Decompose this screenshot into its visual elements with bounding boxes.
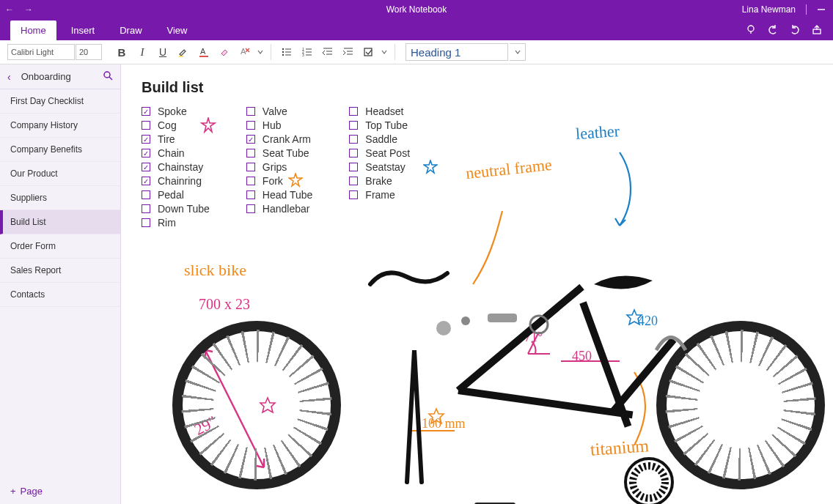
checklist-item[interactable]: Brake bbox=[349, 175, 410, 187]
search-icon[interactable] bbox=[103, 70, 113, 83]
checklist-item[interactable]: Down Tube bbox=[142, 203, 210, 215]
checkbox-icon[interactable] bbox=[246, 177, 255, 185]
checklist-item[interactable]: Headset bbox=[349, 105, 410, 117]
checklist-item[interactable]: Cog bbox=[142, 119, 210, 131]
checkbox-icon[interactable] bbox=[349, 190, 358, 199]
checkbox-icon[interactable] bbox=[142, 107, 150, 116]
page-item[interactable]: Build List bbox=[0, 210, 120, 234]
style-select-dropdown[interactable] bbox=[510, 43, 526, 61]
checkbox-icon[interactable] bbox=[246, 163, 255, 171]
svg-point-36 bbox=[461, 316, 470, 325]
checkbox-icon[interactable] bbox=[349, 107, 358, 116]
page-item[interactable]: Order Form bbox=[0, 234, 120, 259]
share-icon[interactable] bbox=[811, 24, 823, 36]
checkbox-icon[interactable] bbox=[349, 135, 358, 144]
checkbox-icon[interactable] bbox=[349, 149, 358, 158]
checkbox-icon[interactable] bbox=[246, 204, 255, 213]
checklist-item[interactable]: Valve bbox=[246, 105, 313, 117]
page-item[interactable]: Contacts bbox=[0, 283, 120, 307]
checkbox-icon[interactable] bbox=[246, 190, 255, 199]
checklist-item[interactable]: Chain bbox=[142, 147, 210, 159]
checklist-item[interactable]: Head Tube bbox=[246, 189, 313, 201]
nav-back-arrow[interactable]: ← bbox=[0, 4, 19, 15]
checkbox-icon[interactable] bbox=[142, 121, 150, 130]
note-canvas[interactable]: Build list SpokeCogTireChainChainstayCha… bbox=[121, 64, 833, 504]
page-item[interactable]: Suppliers bbox=[0, 186, 120, 210]
todo-tag-button[interactable] bbox=[359, 42, 378, 62]
checklist-item[interactable]: Rim bbox=[142, 217, 210, 229]
checklist-item[interactable]: Seat Tube bbox=[246, 147, 313, 159]
add-page-button[interactable]: + Page bbox=[0, 478, 120, 504]
italic-button[interactable]: I bbox=[133, 42, 152, 62]
font-color-button[interactable]: A bbox=[194, 42, 213, 62]
user-name[interactable]: Lina Newman bbox=[742, 4, 796, 15]
style-select[interactable]: Heading 1 bbox=[406, 43, 508, 61]
checklist-item[interactable]: Seatstay bbox=[349, 161, 410, 173]
checklist-item[interactable]: Seat Post bbox=[349, 147, 410, 159]
indent-button[interactable] bbox=[339, 42, 358, 62]
ribbon-tab-insert[interactable]: Insert bbox=[61, 21, 106, 40]
checkbox-icon[interactable] bbox=[142, 190, 150, 199]
ribbon-tab-home[interactable]: Home bbox=[10, 21, 56, 40]
checkbox-icon[interactable] bbox=[142, 218, 150, 227]
page-item[interactable]: Our Product bbox=[0, 162, 120, 186]
checklist-item[interactable]: Spoke bbox=[142, 105, 210, 117]
style-select-label: Heading 1 bbox=[411, 46, 460, 59]
checkbox-icon[interactable] bbox=[142, 177, 150, 185]
page-item[interactable]: Company History bbox=[0, 114, 120, 138]
highlight-button[interactable] bbox=[174, 42, 193, 62]
checkbox-icon[interactable] bbox=[246, 121, 255, 130]
checklist-column: HeadsetTop TubeSaddleSeat PostSeatstayBr… bbox=[349, 105, 410, 229]
section-back-icon[interactable]: ‹ bbox=[7, 71, 11, 83]
nav-forward-arrow[interactable]: → bbox=[19, 4, 38, 15]
outdent-button[interactable] bbox=[318, 42, 337, 62]
ribbon-tab-draw[interactable]: Draw bbox=[109, 21, 152, 40]
checkbox-icon[interactable] bbox=[246, 135, 255, 144]
checklist-item[interactable]: Chainstay bbox=[142, 161, 210, 173]
checklist-item-label: Top Tube bbox=[365, 119, 408, 131]
redo-icon[interactable] bbox=[789, 24, 801, 36]
checkbox-icon[interactable] bbox=[246, 107, 255, 116]
underline-button[interactable]: U bbox=[153, 42, 172, 62]
clear-formatting-button[interactable]: A bbox=[235, 42, 254, 62]
checklist-item[interactable]: Hub bbox=[246, 119, 313, 131]
checkbox-icon[interactable] bbox=[349, 163, 358, 171]
checkbox-icon[interactable] bbox=[142, 204, 150, 213]
eraser-button[interactable] bbox=[215, 42, 234, 62]
checklist-item[interactable]: Fork bbox=[246, 175, 313, 187]
checkbox-icon[interactable] bbox=[142, 163, 150, 171]
paragraph-more-dropdown[interactable] bbox=[380, 49, 389, 55]
checklist-item[interactable]: Pedal bbox=[142, 189, 210, 201]
note-title[interactable]: Build list bbox=[142, 79, 203, 96]
undo-icon[interactable] bbox=[767, 24, 779, 36]
checklist-item[interactable]: Tire bbox=[142, 133, 210, 145]
checkbox-icon[interactable] bbox=[349, 121, 358, 130]
checklist-item[interactable]: Grips bbox=[246, 161, 313, 173]
checklist-item[interactable]: Handlebar bbox=[246, 203, 313, 215]
svg-point-38 bbox=[530, 316, 548, 333]
checkbox-icon[interactable] bbox=[349, 177, 358, 185]
checkbox-icon[interactable] bbox=[246, 149, 255, 158]
font-name-select[interactable] bbox=[7, 44, 75, 60]
font-more-dropdown[interactable] bbox=[256, 49, 265, 55]
checklist-column: ValveHubCrank ArmSeat TubeGripsForkHead … bbox=[246, 105, 313, 229]
page-item[interactable]: Company Benefits bbox=[0, 138, 120, 162]
checklist-item[interactable]: Top Tube bbox=[349, 119, 410, 131]
minimize-icon[interactable] bbox=[817, 5, 826, 14]
checklist-item[interactable]: Frame bbox=[349, 189, 410, 201]
checklist-item[interactable]: Chainring bbox=[142, 175, 210, 187]
checkbox-icon[interactable] bbox=[142, 149, 150, 158]
font-size-select[interactable] bbox=[76, 44, 102, 60]
checklist-item[interactable]: Crank Arm bbox=[246, 133, 313, 145]
section-title[interactable]: Onboarding bbox=[21, 71, 71, 82]
ribbon-tab-view[interactable]: View bbox=[157, 21, 198, 40]
lightbulb-icon[interactable] bbox=[745, 24, 757, 36]
checklist-item-label: Valve bbox=[263, 105, 287, 117]
bullet-list-button[interactable] bbox=[277, 42, 296, 62]
page-item[interactable]: First Day Checklist bbox=[0, 89, 120, 114]
checklist-item[interactable]: Saddle bbox=[349, 133, 410, 145]
bold-button[interactable]: B bbox=[112, 42, 131, 62]
numbered-list-button[interactable]: 123 bbox=[298, 42, 317, 62]
page-item[interactable]: Sales Report bbox=[0, 259, 120, 283]
checkbox-icon[interactable] bbox=[142, 135, 150, 144]
